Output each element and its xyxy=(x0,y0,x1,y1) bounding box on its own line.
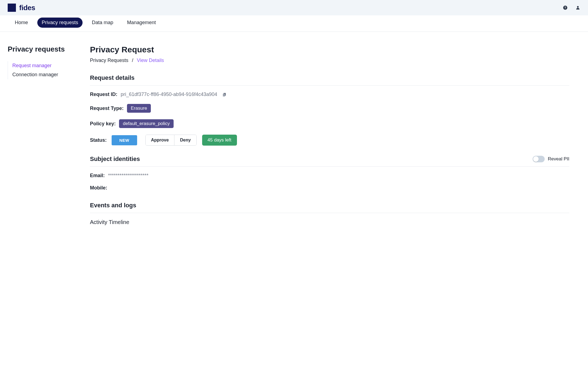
brand-text: fides xyxy=(19,4,35,12)
request-details-title: Request details xyxy=(90,74,569,81)
sidebar: Privacy requests Request manager Connect… xyxy=(8,45,79,225)
main-content: Privacy Request Privacy Requests / View … xyxy=(90,45,580,225)
divider xyxy=(90,166,569,167)
nav-bar: Home Privacy requests Data map Managemen… xyxy=(0,15,588,32)
request-id-row: Request ID: pri_61df377c-ff86-4950-ab94-… xyxy=(90,92,569,97)
svg-text:?: ? xyxy=(564,6,566,9)
nav-home[interactable]: Home xyxy=(10,18,32,28)
mobile-row: Mobile: xyxy=(90,185,569,191)
subject-identities-header: Subject identities Reveal PII xyxy=(90,155,569,163)
email-row: Email: ********************* xyxy=(90,173,569,178)
nav-management[interactable]: Management xyxy=(123,18,160,28)
header-icons: ? xyxy=(563,5,580,10)
reveal-pii-toggle[interactable] xyxy=(533,156,545,162)
sidebar-list: Request manager Connection manager xyxy=(8,61,79,79)
days-left-badge: 45 days left xyxy=(202,135,237,146)
events-title: Events and logs xyxy=(90,202,569,209)
nav-data-map[interactable]: Data map xyxy=(87,18,118,28)
request-id-label: Request ID: xyxy=(90,92,117,97)
reveal-pii-wrap: Reveal PII xyxy=(533,156,569,162)
request-type-badge: Erasure xyxy=(127,104,151,113)
toggle-knob xyxy=(533,156,539,162)
mobile-label: Mobile: xyxy=(90,185,107,191)
svg-rect-4 xyxy=(223,93,225,96)
policy-key-badge: default_erasure_policy xyxy=(119,119,174,128)
user-icon[interactable] xyxy=(575,5,580,10)
status-label: Status: xyxy=(90,137,107,143)
activity-timeline-heading: Activity Timeline xyxy=(90,219,569,225)
status-row: Status: NEW Approve Deny 45 days left xyxy=(90,135,569,146)
divider xyxy=(90,213,569,213)
copy-icon[interactable] xyxy=(222,92,227,97)
help-icon[interactable]: ? xyxy=(563,5,568,10)
svg-point-2 xyxy=(577,6,579,8)
deny-button[interactable]: Deny xyxy=(174,135,196,145)
request-type-label: Request Type: xyxy=(90,106,124,111)
email-label: Email: xyxy=(90,173,105,178)
email-value: ********************* xyxy=(108,173,148,178)
sidebar-title: Privacy requests xyxy=(8,45,79,53)
header-bar: fides ? xyxy=(0,0,588,15)
request-id-value: pri_61df377c-ff86-4950-ab94-916f4c43a904 xyxy=(121,92,217,97)
divider xyxy=(90,85,569,86)
approval-buttons: Approve Deny xyxy=(145,135,197,146)
logo-icon xyxy=(8,4,16,12)
reveal-pii-label: Reveal PII xyxy=(548,156,569,162)
approve-button[interactable]: Approve xyxy=(146,135,175,145)
sidebar-item-connection-manager[interactable]: Connection manager xyxy=(12,70,79,79)
subject-identities-title: Subject identities xyxy=(90,155,140,163)
status-badge: NEW xyxy=(112,135,137,145)
sidebar-item-request-manager[interactable]: Request manager xyxy=(12,61,79,70)
logo[interactable]: fides xyxy=(8,4,35,12)
nav-privacy-requests[interactable]: Privacy requests xyxy=(37,18,83,28)
breadcrumb: Privacy Requests / View Details xyxy=(90,58,569,63)
request-type-row: Request Type: Erasure xyxy=(90,104,569,113)
breadcrumb-separator: / xyxy=(132,58,133,63)
breadcrumb-root[interactable]: Privacy Requests xyxy=(90,58,128,63)
policy-key-row: Policy key: default_erasure_policy xyxy=(90,119,569,128)
breadcrumb-current: View Details xyxy=(137,58,164,63)
page-title: Privacy Request xyxy=(90,45,569,54)
policy-key-label: Policy key: xyxy=(90,121,116,127)
